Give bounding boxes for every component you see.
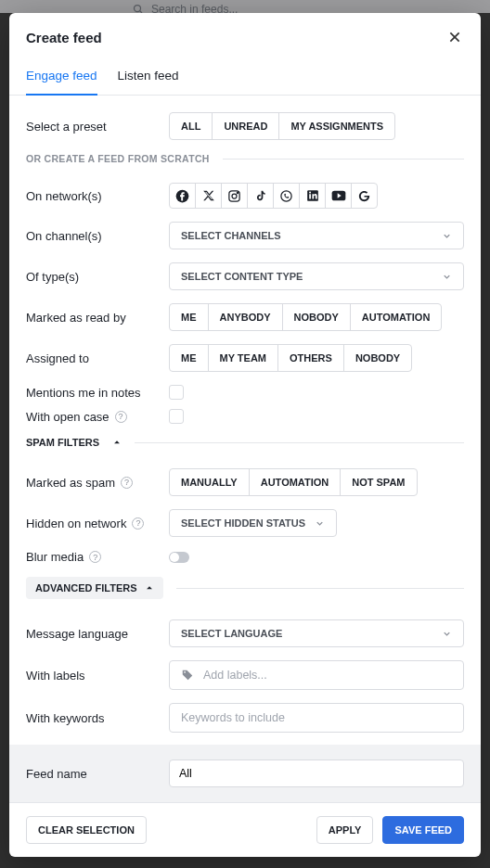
read-by-anybody[interactable]: ANYBODY [209, 304, 283, 330]
tiktok-icon [254, 189, 267, 202]
network-whatsapp[interactable] [273, 183, 300, 209]
labels-label: With labels [26, 669, 169, 683]
types-select[interactable]: SELECT CONTENT TYPE [169, 262, 464, 290]
youtube-icon [331, 190, 346, 201]
instagram-icon [227, 189, 241, 203]
open-case-checkbox[interactable] [169, 409, 184, 424]
preset-all[interactable]: ALL [170, 113, 213, 139]
help-icon[interactable]: ? [115, 411, 127, 423]
apply-button[interactable]: APPLY [316, 816, 374, 844]
spam-manually[interactable]: MANUALLY [170, 469, 250, 495]
read-by-nobody[interactable]: NOBODY [283, 304, 351, 330]
help-icon[interactable]: ? [132, 517, 144, 530]
close-icon [447, 30, 462, 45]
with-kw-label: With keywords [26, 711, 169, 725]
language-select[interactable]: SELECT LANGUAGE [169, 619, 464, 647]
spam-filters-toggle[interactable]: SPAM FILTERS [26, 437, 464, 448]
read-by-automation[interactable]: AUTOMATION [351, 304, 442, 330]
read-by-label: Marked as read by [26, 311, 169, 325]
help-icon[interactable]: ? [121, 477, 133, 489]
language-label: Message language [26, 627, 169, 641]
preset-label: Select a preset [26, 120, 169, 134]
channels-select[interactable]: SELECT CHANNELS [169, 222, 464, 249]
preset-group: ALL UNREAD MY ASSIGNMENTS [169, 112, 395, 140]
svg-point-7 [237, 192, 238, 193]
chevron-down-icon [442, 231, 452, 241]
chevron-down-icon [315, 518, 325, 529]
spam-automation[interactable]: AUTOMATION [250, 469, 342, 495]
save-feed-button[interactable]: SAVE FEED [382, 816, 464, 844]
scratch-subheader: OR CREATE A FEED FROM SCRATCH [26, 153, 464, 164]
network-x[interactable] [195, 183, 222, 209]
blur-label: Blur media ? [26, 550, 169, 564]
linkedin-icon [306, 189, 319, 202]
whatsapp-icon [279, 189, 293, 203]
open-case-label: With open case ? [26, 410, 169, 424]
hidden-label: Hidden on network ? [26, 517, 169, 530]
spam-not-spam[interactable]: NOT SPAM [341, 469, 416, 495]
network-instagram[interactable] [221, 183, 248, 209]
preset-unread[interactable]: UNREAD [213, 113, 279, 139]
assigned-others[interactable]: OTHERS [278, 345, 344, 371]
caret-up-icon [112, 438, 122, 447]
mentions-label: Mentions me in notes [26, 386, 169, 400]
tag-icon [181, 669, 194, 682]
tab-listen-feed[interactable]: Listen feed [118, 59, 179, 96]
with-keywords-input[interactable] [169, 703, 464, 733]
x-icon [202, 189, 215, 202]
svg-point-11 [309, 192, 311, 194]
create-feed-modal: Create feed Engage feed Listen feed Sele… [9, 13, 481, 857]
svg-point-8 [281, 190, 291, 200]
tab-engage-feed[interactable]: Engage feed [26, 59, 97, 96]
assigned-team[interactable]: MY TEAM [209, 345, 279, 371]
facebook-icon [175, 189, 189, 203]
modal-title: Create feed [26, 30, 102, 45]
feed-name-row: Feed name [9, 745, 481, 802]
networks-label: On network(s) [26, 189, 169, 203]
caret-up-icon [145, 583, 154, 593]
chevron-down-icon [442, 629, 452, 639]
labels-input[interactable]: Add labels... [169, 660, 464, 690]
advanced-filters-toggle[interactable]: ADVANCED FILTERS [26, 577, 163, 599]
feed-name-label: Feed name [26, 767, 169, 781]
svg-rect-10 [309, 194, 311, 198]
hidden-select[interactable]: SELECT HIDDEN STATUS [169, 509, 337, 537]
help-icon[interactable]: ? [89, 551, 101, 563]
svg-point-6 [232, 194, 237, 198]
network-youtube[interactable] [325, 183, 352, 209]
google-icon [357, 189, 371, 203]
types-label: Of type(s) [26, 270, 169, 284]
network-google[interactable] [351, 183, 378, 209]
assigned-label: Assigned to [26, 351, 169, 365]
chevron-down-icon [442, 272, 452, 282]
tabs: Engage feed Listen feed [9, 59, 481, 96]
mentions-checkbox[interactable] [169, 385, 184, 400]
assigned-me[interactable]: ME [170, 345, 209, 371]
read-by-me[interactable]: ME [170, 304, 209, 330]
preset-my-assignments[interactable]: MY ASSIGNMENTS [279, 113, 394, 139]
network-tiktok[interactable] [247, 183, 274, 209]
network-facebook[interactable] [169, 183, 196, 209]
spam-label: Marked as spam ? [26, 476, 169, 490]
close-button[interactable] [445, 28, 464, 46]
network-linkedin[interactable] [299, 183, 326, 209]
feed-name-input[interactable] [169, 760, 464, 787]
channels-label: On channel(s) [26, 229, 169, 243]
blur-toggle[interactable] [169, 552, 189, 563]
clear-selection-button[interactable]: CLEAR SELECTION [26, 816, 147, 844]
assigned-nobody[interactable]: NOBODY [344, 345, 411, 371]
